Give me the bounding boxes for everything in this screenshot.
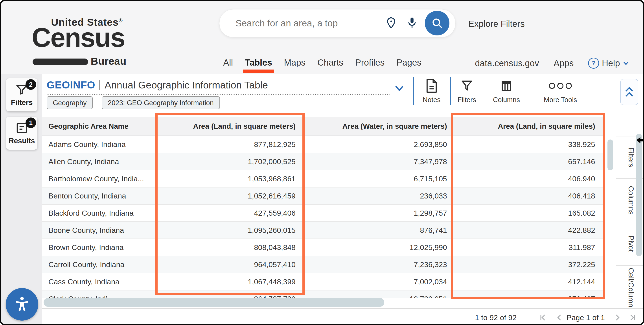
columns-tool-button[interactable]: Columns xyxy=(492,78,521,104)
page-vertical-scrollbar[interactable] xyxy=(636,134,642,256)
cell-area-name[interactable]: Cass County, Indiana xyxy=(42,273,156,290)
column-header-area-name[interactable]: Geographic Area Name xyxy=(42,117,156,136)
toolbar-divider xyxy=(450,77,451,105)
cell-value[interactable]: 412.144 xyxy=(452,273,605,290)
filters-count-badge: 2 xyxy=(26,79,36,90)
last-page-icon[interactable] xyxy=(628,313,637,322)
cell-value[interactable]: 657.146 xyxy=(452,153,605,170)
chip-vintage[interactable]: 2023: GEO Geography Information xyxy=(102,96,220,109)
double-chevron-up-icon xyxy=(624,85,634,99)
cell-value[interactable]: 7,347,978 xyxy=(304,153,452,170)
primary-nav: All Tables Maps Charts Profiles Pages xyxy=(223,58,422,68)
table-title-bar: GEOINFO Annual Geographic Information Ta… xyxy=(47,79,390,95)
cell-value[interactable]: 1,702,000,525 xyxy=(156,153,304,170)
nav-tab-all[interactable]: All xyxy=(223,58,233,68)
column-header-water-sqm[interactable]: Area (Water, in square meters) xyxy=(304,117,452,136)
cell-area-name[interactable]: Clark County, Indi... xyxy=(42,290,156,298)
help-menu[interactable]: ? Help xyxy=(588,58,630,69)
cell-area-name[interactable]: Carroll County, Indiana xyxy=(42,256,156,273)
cell-value[interactable]: 372.487 xyxy=(452,290,605,298)
explore-filters-link[interactable]: Explore Filters xyxy=(468,19,525,29)
cell-value[interactable]: 372.225 xyxy=(452,256,605,273)
title-separator xyxy=(100,80,100,90)
columns-icon xyxy=(500,80,513,92)
cell-value[interactable]: 1,095,260,015 xyxy=(156,222,304,238)
cell-value[interactable]: 10,700,051 xyxy=(304,290,452,298)
pagination-page: Page 1 of 1 xyxy=(566,313,605,322)
cell-value[interactable]: 877,812,925 xyxy=(156,136,304,153)
cell-area-name[interactable]: Allen County, Indiana xyxy=(42,153,156,170)
cell-value[interactable]: 808,043,848 xyxy=(156,239,304,256)
cell-value[interactable]: 1,298,757 xyxy=(304,205,452,221)
rail-filters-button[interactable]: Filters 2 xyxy=(6,78,38,111)
table-vertical-scrollbar[interactable] xyxy=(608,140,613,170)
filters-tool-button[interactable]: Filters xyxy=(452,78,481,104)
pagination-range: 1 to 92 of 92 xyxy=(475,313,516,322)
help-label: Help xyxy=(602,58,620,68)
table-row: Bartholomew County, India...1,053,968,86… xyxy=(42,170,605,188)
more-tools-button[interactable]: More Tools xyxy=(538,78,582,104)
column-header-land-sqmi[interactable]: Area (Land, in square miles) xyxy=(452,117,605,136)
logo-underline-bar xyxy=(32,58,88,65)
registered-mark: ® xyxy=(119,18,123,23)
cell-area-name[interactable]: Boone County, Indiana xyxy=(42,222,156,238)
cell-value[interactable]: 964,057,410 xyxy=(156,256,304,273)
cell-value[interactable]: 406.418 xyxy=(452,188,605,204)
table-header: Geographic Area Name Area (Land, in squa… xyxy=(42,116,605,136)
first-page-icon[interactable] xyxy=(538,313,548,322)
next-page-icon[interactable] xyxy=(613,313,622,322)
cell-value[interactable]: 422.882 xyxy=(452,222,605,238)
help-icon: ? xyxy=(588,58,599,69)
cell-value[interactable]: 406.940 xyxy=(452,170,605,187)
cell-value[interactable]: 427,559,406 xyxy=(156,205,304,221)
collapse-header-button[interactable] xyxy=(620,79,638,105)
search-button[interactable] xyxy=(425,11,450,36)
nav-tab-charts[interactable]: Charts xyxy=(318,58,343,68)
nav-tab-pages[interactable]: Pages xyxy=(396,58,421,68)
cell-value[interactable]: 1,067,448,399 xyxy=(156,273,304,290)
cell-value[interactable]: 876,741 xyxy=(304,222,452,238)
cell-value[interactable]: 964,737,739 xyxy=(156,290,304,298)
right-tab-cell-column[interactable]: Cell/Column xyxy=(616,265,644,308)
cell-value[interactable]: 311.987 xyxy=(452,239,605,256)
cell-value[interactable]: 338.925 xyxy=(452,136,605,153)
column-header-land-sqm[interactable]: Area (Land, in square meters) xyxy=(156,117,304,136)
cell-value[interactable]: 7,002,034 xyxy=(304,273,452,290)
cell-value[interactable]: 7,236,323 xyxy=(304,256,452,273)
cell-value[interactable]: 165.082 xyxy=(452,205,605,221)
more-tools-label: More Tools xyxy=(544,96,577,104)
cell-area-name[interactable]: Adams County, Indiana xyxy=(42,136,156,153)
cell-value[interactable]: 2,693,850 xyxy=(304,136,452,153)
cell-area-name[interactable]: Benton County, Indiana xyxy=(42,188,156,204)
rail-results-button[interactable]: Results 1 xyxy=(6,116,38,150)
cell-value[interactable]: 236,033 xyxy=(304,188,452,204)
search-input[interactable] xyxy=(235,15,372,32)
toolbar-divider xyxy=(532,77,532,105)
previous-page-icon[interactable] xyxy=(555,313,564,322)
table-row: Allen County, Indiana1,702,000,5257,347,… xyxy=(42,153,605,170)
rail-results-label: Results xyxy=(8,137,35,145)
accessibility-button[interactable] xyxy=(6,288,38,320)
chip-geography[interactable]: Geography xyxy=(47,96,93,109)
microphone-icon[interactable] xyxy=(406,14,418,32)
page-title: Annual Geographic Information Table xyxy=(104,80,268,91)
domain-link[interactable]: data.census.gov xyxy=(475,58,539,68)
title-chevron-down-icon[interactable] xyxy=(394,83,404,94)
nav-tab-maps[interactable]: Maps xyxy=(284,58,306,68)
cell-area-name[interactable]: Bartholomew County, India... xyxy=(42,170,156,187)
cell-value[interactable]: 6,715,105 xyxy=(304,170,452,187)
nav-tab-profiles[interactable]: Profiles xyxy=(355,58,384,68)
table-body: Adams County, Indiana877,812,9252,693,85… xyxy=(42,136,605,298)
apps-link[interactable]: Apps xyxy=(554,58,574,68)
toolbar-divider xyxy=(413,77,414,105)
notes-button[interactable]: Notes xyxy=(416,78,447,104)
cell-value[interactable]: 1,053,968,861 xyxy=(156,170,304,187)
cell-area-name[interactable]: Brown County, Indiana xyxy=(42,239,156,256)
nav-tab-tables[interactable]: Tables xyxy=(245,58,272,68)
cell-value[interactable]: 12,025,990 xyxy=(304,239,452,256)
dataset-id: GEOINFO xyxy=(47,79,95,91)
location-pin-icon[interactable] xyxy=(385,15,398,31)
cell-value[interactable]: 1,052,616,459 xyxy=(156,188,304,204)
cell-area-name[interactable]: Blackford County, Indiana xyxy=(42,205,156,221)
horizontal-scrollbar[interactable] xyxy=(44,298,384,307)
